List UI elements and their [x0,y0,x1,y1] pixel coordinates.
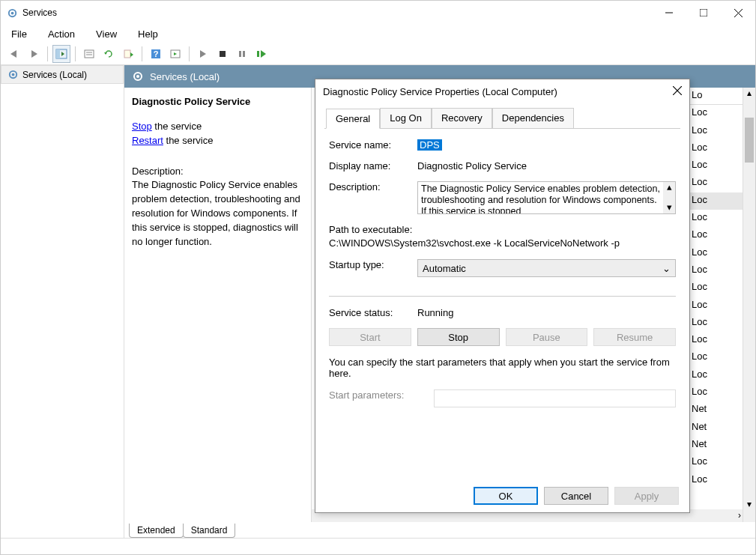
svg-rect-24 [243,51,245,57]
stop-suffix: the service [152,121,202,132]
scroll-thumb[interactable] [745,118,754,163]
dialog-title: Diagnostic Policy Service Properties (Lo… [323,86,673,97]
list-cell[interactable]: Loc [689,384,743,401]
cancel-button[interactable]: Cancel [544,487,608,505]
description-label: Description: [329,181,417,192]
titlebar: Services [1,1,755,25]
restart-service-button[interactable] [252,45,270,63]
list-cell[interactable]: Net [689,419,743,437]
service-name-value[interactable]: DPS [417,139,442,151]
list-cell[interactable]: Loc [689,332,743,349]
description-text: The Diagnostic Policy Service enables pr… [132,178,303,249]
list-cell[interactable]: Net [689,401,743,419]
view-tabs: Extended Standard [124,521,755,538]
menu-action[interactable]: Action [45,27,78,41]
list-cell[interactable]: Loc [689,105,743,122]
back-button[interactable] [5,45,23,63]
action-button[interactable] [166,45,184,63]
list-cell[interactable]: Loc [689,227,743,244]
list-cell[interactable]: Loc [689,140,743,157]
detail-pane: Diagnostic Policy Service Stop the servi… [124,88,312,522]
menubar: File Action View Help [1,25,755,43]
svg-rect-3 [700,9,707,16]
service-status-label: Service status: [329,307,417,318]
show-hide-tree-button[interactable] [52,45,70,63]
list-cell[interactable]: Loc [689,472,743,489]
list-cell[interactable]: Loc [689,315,743,332]
list-cell[interactable]: Loc [689,349,743,366]
menu-file[interactable]: File [8,27,30,41]
display-name-value: Diagnostic Policy Service [417,160,676,172]
services-icon [7,7,18,19]
svg-point-28 [12,73,15,76]
description-value: The Diagnostic Policy Service enables pr… [421,184,660,214]
properties-button[interactable] [80,45,98,63]
properties-dialog: Diagnostic Policy Service Properties (Lo… [315,79,690,513]
window-title: Services [22,7,652,18]
list-cell[interactable]: Loc [689,210,743,227]
toolbar: ? [1,43,755,65]
tree-pane: Services (Local) [1,65,124,538]
list-cell[interactable]: Loc [689,157,743,175]
close-button[interactable] [721,1,755,25]
startup-type-select[interactable]: Automatic ⌄ [417,259,676,277]
tab-dependencies[interactable]: Dependencies [492,108,574,128]
stop-service-button[interactable] [214,45,232,63]
dialog-close-button[interactable] [673,86,682,97]
refresh-button[interactable] [100,45,118,63]
svg-marker-6 [10,50,16,58]
services-icon [132,70,144,82]
restart-link[interactable]: Restart [132,135,163,146]
stop-button[interactable]: Stop [417,328,500,346]
vertical-scrollbar[interactable]: ▴ ▾ [743,88,755,522]
svg-rect-25 [257,51,259,57]
list-cell[interactable]: Loc [689,245,743,262]
list-cell[interactable]: Loc [689,454,743,471]
column-header[interactable]: Lo [689,88,743,105]
chevron-down-icon: ⌄ [662,263,671,274]
pause-service-button[interactable] [233,45,251,63]
svg-marker-10 [61,52,64,56]
restart-suffix: the service [163,135,213,146]
list-cell[interactable]: Loc [689,262,743,279]
list-cell[interactable]: Loc [689,279,743,297]
svg-rect-22 [220,51,226,57]
tab-extended[interactable]: Extended [129,524,184,538]
list-cell[interactable]: Loc [689,192,743,210]
description-label: Description: [132,165,303,179]
tab-general[interactable]: General [326,109,380,129]
selected-service-name: Diagnostic Policy Service [132,95,303,109]
start-params-hint: You can specify the start parameters tha… [329,357,676,379]
export-button[interactable] [119,45,137,63]
list-cell[interactable]: Net [689,437,743,454]
scroll-down-icon[interactable]: ▾ [667,202,672,213]
list-cell[interactable]: Loc [689,297,743,315]
svg-marker-26 [261,50,266,58]
tree-item-services-local[interactable]: Services (Local) [1,65,124,84]
path-value: C:\WINDOWS\System32\svchost.exe -k Local… [329,237,676,249]
ok-button[interactable]: OK [474,487,538,505]
list-cell[interactable]: Loc [689,123,743,140]
list-cell[interactable]: Loc [689,175,743,192]
help-button[interactable]: ? [147,45,165,63]
forward-button[interactable] [25,45,43,63]
scroll-up-icon[interactable]: ▴ [667,182,672,193]
services-icon [7,69,19,80]
list-cell[interactable]: Loc [689,367,743,384]
maximize-button[interactable] [686,1,721,25]
menu-help[interactable]: Help [135,27,161,41]
minimize-button[interactable] [652,1,686,25]
startup-type-value: Automatic [423,263,466,274]
start-service-button[interactable] [194,45,212,63]
tab-logon[interactable]: Log On [380,108,432,128]
resume-button: Resume [593,328,676,346]
service-status-value: Running [417,307,676,318]
tab-recovery[interactable]: Recovery [432,108,492,128]
display-name-label: Display name: [329,160,417,172]
stop-link[interactable]: Stop [132,121,152,132]
menu-view[interactable]: View [93,27,120,41]
start-params-label: Start parameters: [329,389,434,401]
description-box[interactable]: The Diagnostic Policy Service enables pr… [417,181,676,214]
pane-header-title: Services (Local) [150,71,220,82]
tab-standard[interactable]: Standard [183,524,236,538]
